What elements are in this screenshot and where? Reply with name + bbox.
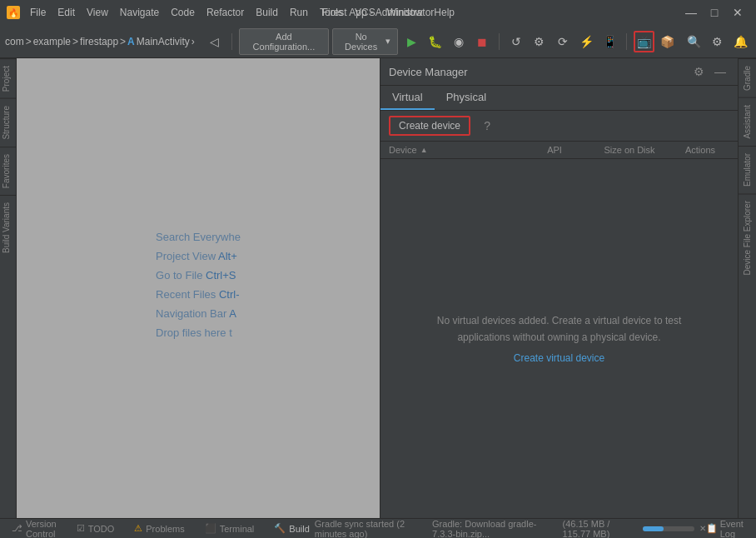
file-size-text: (46.15 MB / 115.77 MB)	[562, 519, 637, 539]
separator-3	[626, 33, 627, 50]
hint-goto-text: Go to File	[156, 269, 206, 281]
menu-run[interactable]: Run	[285, 5, 313, 20]
event-log-label: Event Log	[720, 519, 749, 539]
dm-empty-line1: No virtual devices added. Create a virtu…	[437, 313, 681, 329]
todo-tab[interactable]: ☑ TODO	[72, 521, 120, 536]
dm-tab-physical[interactable]: Physical	[435, 86, 498, 110]
sort-arrow-icon: ▲	[420, 146, 428, 154]
dm-header: Device Manager ⚙ —	[380, 58, 738, 86]
create-virtual-device-link[interactable]: Create virtual device	[514, 352, 604, 364]
notifications-button[interactable]: 🔔	[731, 31, 751, 52]
back-button[interactable]: ◁	[205, 31, 225, 52]
hint-nav-key: A	[229, 307, 236, 320]
device-file-explorer-label[interactable]: Device File Explorer	[739, 193, 756, 281]
window-controls: — □ ✕	[679, 0, 749, 25]
hint-search: Search Everywhe	[156, 231, 241, 243]
version-control-tab[interactable]: ⎇ Version Control	[7, 517, 62, 539]
breadcrumb-activity[interactable]: MainActivity	[137, 36, 190, 47]
window-title: Firest App - Administrator	[322, 7, 435, 18]
gradle-download-text: Gradle: Download gradle-7.3.3-bin.zip...	[432, 519, 557, 539]
stop-button[interactable]: ◼	[472, 31, 492, 52]
sdk-button[interactable]: 📦	[658, 31, 678, 52]
dm-tab-virtual[interactable]: Virtual	[380, 86, 435, 110]
hint-project-view: Project View Alt+	[156, 250, 241, 262]
dm-tabs: Virtual Physical	[380, 86, 738, 111]
todo-icon: ☑	[77, 523, 85, 534]
project-panel-label[interactable]: Project	[0, 58, 16, 98]
devices-arrow-icon: ▾	[385, 36, 390, 47]
breadcrumb-sep2: >	[72, 36, 78, 47]
event-log-icon: 📋	[706, 523, 718, 534]
menu-navigate[interactable]: Navigate	[115, 5, 164, 20]
gradle-sync-text: Gradle sync started (2 minutes ago)	[315, 519, 427, 539]
menu-file[interactable]: File	[25, 5, 51, 20]
favorites-panel-label[interactable]: Favorites	[0, 147, 16, 195]
menu-code[interactable]: Code	[166, 5, 200, 20]
build-button[interactable]: ⚙	[530, 31, 550, 52]
breadcrumb: com > example > firestapp > A MainActivi…	[5, 36, 195, 47]
dm-title: Device Manager	[389, 66, 468, 78]
breadcrumb-example[interactable]: example	[33, 36, 71, 47]
col-size: Size on Disk	[588, 145, 671, 155]
dm-settings-button[interactable]: ⚙	[690, 63, 708, 80]
hint-recent-files: Recent Files Ctrl-	[156, 288, 241, 301]
hint-drop-files: Drop files here t	[156, 326, 241, 339]
problems-icon: ⚠	[134, 523, 142, 534]
breadcrumb-sep3: >	[120, 36, 126, 47]
terminal-label: Terminal	[220, 524, 255, 534]
hint-nav-bar: Navigation Bar A	[156, 307, 241, 320]
hint-recent-key: Ctrl-	[219, 288, 240, 301]
problems-tab[interactable]: ⚠ Problems	[129, 521, 189, 536]
menu-view[interactable]: View	[82, 5, 113, 20]
add-config-button[interactable]: Add Configuration...	[239, 28, 329, 55]
terminal-tab[interactable]: ⬛ Terminal	[200, 521, 260, 536]
search-everywhere-button[interactable]: 🔍	[684, 31, 704, 52]
run-button[interactable]: ▶	[401, 31, 421, 52]
editor-hints: Search Everywhe Project View Alt+ Go to …	[156, 231, 241, 346]
gradle-sync-status: Gradle sync started (2 minutes ago) Grad…	[315, 519, 706, 539]
avd-button[interactable]: 📱	[599, 31, 619, 52]
structure-panel-label[interactable]: Structure	[0, 98, 16, 147]
close-button[interactable]: ✕	[726, 0, 749, 25]
hint-drop-text: Drop files here t	[156, 326, 232, 339]
create-device-button[interactable]: Create device	[389, 116, 470, 136]
build-tab[interactable]: 🔨 Build	[269, 521, 314, 536]
coverage-button[interactable]: ◉	[449, 31, 469, 52]
assistant-panel-label[interactable]: Assistant	[739, 97, 756, 146]
device-manager-panel: Device Manager ⚙ — Virtual Physical Crea…	[380, 58, 738, 518]
build-label: Build	[289, 524, 309, 534]
history-button[interactable]: ⟳	[553, 31, 573, 52]
hint-goto-key: Ctrl+S	[206, 269, 236, 281]
devices-button[interactable]: No Devices ▾	[332, 28, 398, 55]
devices-label: No Devices	[340, 32, 382, 52]
maximize-button[interactable]: □	[703, 0, 726, 25]
problems-label: Problems	[146, 524, 184, 534]
download-progress-bg	[643, 526, 694, 531]
breadcrumb-nav-arrow: ›	[191, 36, 195, 47]
col-api: API	[521, 145, 588, 155]
menu-build[interactable]: Build	[251, 5, 283, 20]
cancel-download-button[interactable]: ✕	[699, 524, 706, 533]
breadcrumb-firestapp[interactable]: firestapp	[80, 36, 118, 47]
dm-empty-text: No virtual devices added. Create a virtu…	[437, 313, 681, 345]
dm-toolbar: Create device ?	[380, 111, 738, 142]
build-variants-panel-label[interactable]: Build Variants	[0, 195, 16, 260]
menu-refactor[interactable]: Refactor	[201, 5, 249, 20]
terminal-icon: ⬛	[205, 523, 216, 534]
emulator-panel-label[interactable]: Emulator	[739, 146, 756, 193]
dm-minimize-button[interactable]: —	[711, 63, 729, 80]
menu-edit[interactable]: Edit	[52, 5, 80, 20]
device-manager-button[interactable]: 📺	[634, 31, 654, 52]
gradle-button[interactable]: ⚡	[576, 31, 596, 52]
app-icon: 🔥	[7, 6, 20, 19]
col-device[interactable]: Device ▲	[389, 145, 521, 155]
sync-button[interactable]: ↺	[506, 31, 526, 52]
dm-help-button[interactable]: ?	[477, 116, 497, 136]
settings-button[interactable]: ⚙	[708, 31, 728, 52]
main-toolbar: com > example > firestapp > A MainActivi…	[0, 25, 756, 58]
debug-button[interactable]: 🐛	[425, 31, 445, 52]
minimize-button[interactable]: —	[679, 0, 703, 25]
event-log-button[interactable]: 📋 Event Log	[706, 519, 749, 539]
breadcrumb-com[interactable]: com	[5, 36, 24, 47]
gradle-panel-label[interactable]: Gradle	[739, 58, 756, 97]
